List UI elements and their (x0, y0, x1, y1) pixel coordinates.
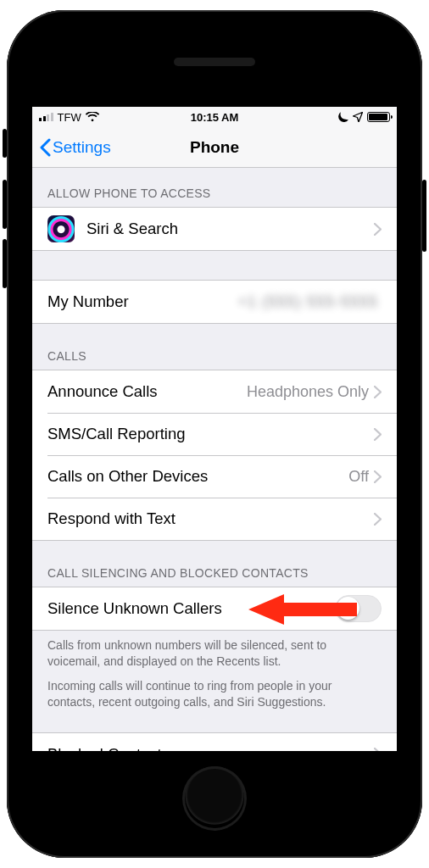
group-calls: Announce Calls Headphones Only SMS/Call … (32, 370, 397, 541)
section-header-silencing: CALL SILENCING AND BLOCKED CONTACTS (32, 541, 397, 587)
signal-bars-icon (39, 113, 53, 121)
home-button[interactable] (182, 766, 247, 831)
sms-call-reporting-label: SMS/Call Reporting (47, 425, 374, 443)
silence-unknown-label: Silence Unknown Callers (47, 599, 335, 618)
chevron-right-icon (374, 386, 382, 398)
my-number-label: My Number (47, 292, 237, 311)
carrier-label: TFW (58, 111, 81, 124)
toggle-knob (337, 597, 359, 620)
section-header-access: ALLOW PHONE TO ACCESS (32, 168, 397, 207)
row-calls-other-devices[interactable]: Calls on Other Devices Off (32, 455, 397, 498)
silencing-footer-1: Calls from unknown numbers will be silen… (32, 631, 397, 670)
silencing-footer-2: Incoming calls will continue to ring fro… (32, 670, 397, 710)
siri-icon (47, 215, 75, 242)
silence-unknown-toggle[interactable] (335, 595, 382, 622)
row-silence-unknown-callers[interactable]: Silence Unknown Callers (32, 587, 397, 630)
group-blocked: Blocked Contacts (32, 732, 397, 751)
respond-with-text-label: Respond with Text (47, 509, 374, 528)
calls-other-devices-label: Calls on Other Devices (47, 467, 348, 486)
announce-calls-label: Announce Calls (47, 382, 247, 401)
content: ALLOW PHONE TO ACCESS Siri & Search My N… (32, 168, 397, 751)
volume-down-button[interactable] (3, 239, 7, 288)
device-frame: TFW 10:15 AM (7, 10, 422, 858)
volume-up-button[interactable] (3, 180, 7, 229)
chevron-right-icon (374, 748, 382, 751)
back-button[interactable]: Settings (39, 138, 111, 157)
row-sms-call-reporting[interactable]: SMS/Call Reporting (32, 413, 397, 455)
row-announce-calls[interactable]: Announce Calls Headphones Only (32, 370, 397, 413)
my-number-value: +1 (555) 555-5555 (237, 293, 378, 311)
calls-other-devices-value: Off (348, 468, 369, 486)
status-left: TFW (39, 111, 99, 124)
row-respond-with-text[interactable]: Respond with Text (32, 498, 397, 540)
battery-icon (367, 112, 390, 122)
row-blocked-contacts[interactable]: Blocked Contacts (32, 733, 397, 751)
location-icon (353, 112, 363, 122)
mute-switch[interactable] (3, 129, 7, 158)
nav-bar: Settings Phone (32, 127, 397, 168)
screen: TFW 10:15 AM (32, 107, 397, 751)
status-bar: TFW 10:15 AM (32, 107, 397, 127)
status-right (337, 112, 390, 123)
chevron-right-icon (374, 223, 382, 236)
back-label: Settings (53, 138, 111, 157)
section-header-calls: CALLS (32, 324, 397, 370)
announce-calls-value: Headphones Only (247, 383, 369, 401)
chevron-right-icon (374, 470, 382, 483)
do-not-disturb-icon (337, 112, 348, 123)
earpiece-speaker (174, 58, 255, 66)
chevron-left-icon (39, 138, 51, 157)
wifi-icon (86, 112, 99, 122)
chevron-right-icon (374, 513, 382, 526)
chevron-right-icon (374, 428, 382, 441)
group-access: Siri & Search (32, 207, 397, 251)
page-title: Phone (190, 138, 239, 157)
blocked-contacts-label: Blocked Contacts (47, 745, 374, 751)
power-button[interactable] (422, 180, 426, 252)
siri-search-label: Siri & Search (86, 220, 374, 238)
row-my-number[interactable]: My Number +1 (555) 555-5555 (32, 281, 397, 323)
group-silencing: Silence Unknown Callers (32, 587, 397, 631)
bezel: TFW 10:15 AM (17, 20, 412, 848)
status-time: 10:15 AM (191, 111, 239, 124)
row-siri-search[interactable]: Siri & Search (32, 208, 397, 250)
group-my-number: My Number +1 (555) 555-5555 (32, 280, 397, 324)
